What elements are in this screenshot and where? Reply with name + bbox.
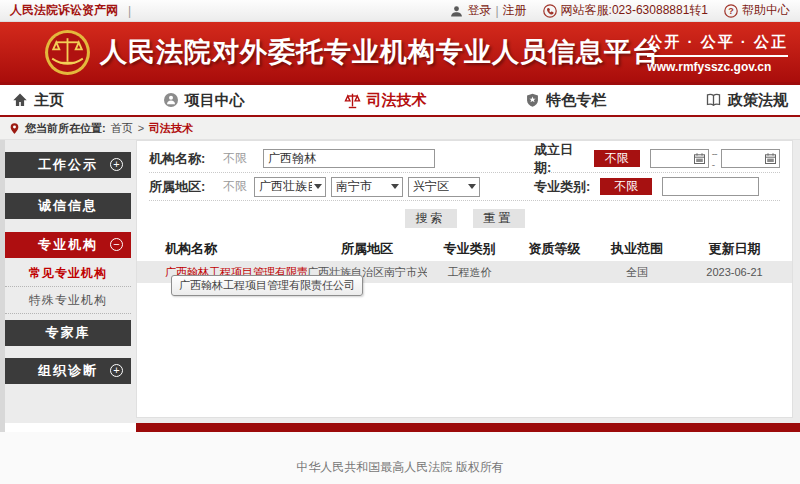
column-header-scope: 执业范围 bbox=[597, 240, 677, 258]
nav-item-project-center[interactable]: 项目中心 bbox=[163, 91, 245, 110]
chevron-down-icon bbox=[314, 184, 322, 189]
chevron-down-icon bbox=[468, 184, 476, 189]
org-name-input[interactable] bbox=[263, 149, 435, 168]
category-any-button[interactable]: 不限 bbox=[600, 178, 652, 195]
founded-date-end-input[interactable] bbox=[721, 149, 780, 168]
book-icon bbox=[705, 92, 722, 108]
svg-text:?: ? bbox=[728, 6, 734, 16]
calendar-icon bbox=[694, 153, 705, 164]
cell-updated: 2023-06-21 bbox=[677, 266, 792, 278]
org-name-tooltip: 广西翰林工程项目管理有限责任公司 bbox=[171, 275, 363, 296]
project-center-icon bbox=[163, 92, 179, 108]
page: 人民法院诉讼资产网 | 登录 | 注册 网站客服:023-63088881转1 … bbox=[0, 0, 800, 484]
sidebar-item-expert-library[interactable]: 专家库 bbox=[5, 320, 131, 346]
nav-item-judicial-tech[interactable]: 司法技术 bbox=[344, 91, 427, 110]
nav-item-special-column[interactable]: 特色专栏 bbox=[525, 91, 606, 110]
top-utility-bar: 人民法院诉讼资产网 | 登录 | 注册 网站客服:023-63088881转1 … bbox=[0, 0, 800, 22]
page-footer: 中华人民共和国最高人民法院 版权所有 bbox=[0, 432, 800, 484]
table-header-row: 机构名称 所属地区 专业类别 资质等级 执业范围 更新日期 bbox=[137, 237, 792, 261]
login-link[interactable]: 登录 bbox=[467, 2, 491, 19]
city-selected-value: 南宁市 bbox=[336, 178, 372, 195]
search-button[interactable]: 搜索 bbox=[405, 209, 457, 228]
sidebar-submenu: 常见专业机构 特殊专业机构 bbox=[5, 260, 131, 314]
topbar-right: 登录 | 注册 网站客服:023-63088881转1 ? 帮助中心 bbox=[450, 2, 790, 19]
breadcrumb-home-link[interactable]: 首页 bbox=[111, 121, 133, 136]
founded-date-group: 成立日期: 不限 --- bbox=[534, 141, 780, 177]
nav-item-home[interactable]: 主页 bbox=[12, 91, 64, 110]
site-name-link[interactable]: 人民法院诉讼资产网 bbox=[10, 2, 118, 19]
breadcrumb: 您当前所在位置: 首页 > 司法技术 bbox=[0, 115, 800, 140]
expand-minus-icon[interactable]: − bbox=[110, 238, 123, 251]
topbar-left: 人民法院诉讼资产网 | bbox=[10, 2, 131, 19]
district-select[interactable]: 兴宁区 bbox=[408, 177, 480, 197]
site-banner: 人民法院对外委托专业机构专业人员信息平台 公开 · 公平 · 公正 www.rm… bbox=[0, 22, 800, 82]
founded-date-start-input[interactable] bbox=[650, 149, 709, 168]
chevron-down-icon bbox=[391, 184, 399, 189]
org-name-label: 机构名称: bbox=[149, 150, 211, 168]
court-emblem-logo bbox=[44, 29, 91, 76]
sidebar-item-integrity-info[interactable]: 诚信信息 bbox=[5, 193, 131, 219]
category-input[interactable] bbox=[662, 177, 759, 196]
column-header-category: 专业类别 bbox=[427, 240, 512, 258]
shield-star-icon bbox=[525, 92, 540, 108]
hotline-text: 网站客服:023-63088881转1 bbox=[561, 2, 708, 19]
help-center-text: 帮助中心 bbox=[742, 2, 790, 19]
breadcrumb-separator: > bbox=[138, 122, 144, 134]
submenu-item-common-institutions[interactable]: 常见专业机构 bbox=[5, 260, 131, 287]
category-label: 专业类别: bbox=[534, 178, 590, 196]
calendar-icon bbox=[765, 153, 776, 164]
column-header-region: 所属地区 bbox=[307, 240, 427, 258]
submenu-item-special-institutions[interactable]: 特殊专业机构 bbox=[5, 287, 131, 314]
expand-plus-icon[interactable]: + bbox=[110, 364, 123, 377]
district-selected-value: 兴宁区 bbox=[413, 178, 449, 195]
phone-icon bbox=[543, 4, 557, 18]
login-register: 登录 | 注册 bbox=[450, 2, 526, 19]
bottom-red-bar bbox=[136, 423, 800, 432]
help-center-link[interactable]: ? 帮助中心 bbox=[724, 2, 790, 19]
expand-plus-icon[interactable]: + bbox=[110, 158, 123, 171]
topbar-divider: | bbox=[128, 4, 131, 18]
date-range-separator: --- bbox=[712, 148, 718, 170]
nav-label: 司法技术 bbox=[367, 91, 427, 110]
sidebar-item-label: 专家库 bbox=[46, 324, 91, 342]
cell-scope: 全国 bbox=[597, 265, 677, 280]
scales-icon bbox=[344, 92, 361, 109]
sidebar-item-professional-institutions[interactable]: 专业机构 − bbox=[5, 232, 131, 258]
cell-category: 工程造价 bbox=[427, 265, 512, 280]
hotline: 网站客服:023-63088881转1 bbox=[543, 2, 708, 19]
main-nav: 主页 项目中心 司法技术 特色专栏 政策法规 bbox=[0, 82, 800, 115]
register-link[interactable]: 注册 bbox=[503, 2, 527, 19]
sidebar-item-work-publicity[interactable]: 工作公示 + bbox=[5, 152, 131, 178]
nav-item-policies[interactable]: 政策法规 bbox=[705, 91, 788, 110]
column-header-updated: 更新日期 bbox=[677, 240, 792, 258]
login-register-divider: | bbox=[495, 4, 498, 18]
org-name-any-option[interactable]: 不限 bbox=[223, 150, 249, 167]
founded-date-label: 成立日期: bbox=[534, 141, 584, 177]
founded-any-button[interactable]: 不限 bbox=[594, 150, 640, 167]
sidebar-item-label: 工作公示 bbox=[38, 156, 98, 174]
sidebar-item-organization-diagnosis[interactable]: 组织诊断 + bbox=[5, 358, 131, 384]
form-row-2: 所属地区: 不限 广西壮族自治 南宁市 兴宁区 专业类别: 不限 bbox=[149, 173, 780, 201]
region-any-option[interactable]: 不限 bbox=[223, 178, 249, 195]
slogan: 公开 · 公平 · 公正 bbox=[647, 33, 788, 57]
nav-label: 政策法规 bbox=[728, 91, 788, 110]
city-select[interactable]: 南宁市 bbox=[331, 177, 403, 197]
main-panel: 机构名称: 不限 成立日期: 不限 --- 所属地区: 不限 广西壮族自治 bbox=[136, 140, 793, 418]
site-url: www.rmfysszc.gov.cn bbox=[647, 60, 788, 74]
nav-label: 项目中心 bbox=[185, 91, 245, 110]
province-select[interactable]: 广西壮族自治 bbox=[254, 177, 326, 197]
sidebar-item-label: 专业机构 bbox=[38, 236, 98, 254]
province-selected-value: 广西壮族自治 bbox=[259, 178, 312, 195]
breadcrumb-current[interactable]: 司法技术 bbox=[149, 121, 193, 136]
copyright-text: 中华人民共和国最高人民法院 版权所有 bbox=[296, 459, 503, 476]
region-label: 所属地区: bbox=[149, 178, 211, 196]
question-icon: ? bbox=[724, 4, 738, 18]
reset-button[interactable]: 重置 bbox=[473, 209, 525, 228]
site-title: 人民法院对外委托专业机构专业人员信息平台 bbox=[100, 34, 660, 70]
form-row-1: 机构名称: 不限 成立日期: 不限 --- bbox=[149, 145, 780, 173]
home-icon bbox=[12, 92, 28, 108]
location-pin-icon bbox=[9, 122, 20, 135]
nav-label: 特色专栏 bbox=[546, 91, 606, 110]
banner-right: 公开 · 公平 · 公正 www.rmfysszc.gov.cn bbox=[647, 33, 788, 74]
category-group: 专业类别: 不限 bbox=[534, 177, 759, 196]
